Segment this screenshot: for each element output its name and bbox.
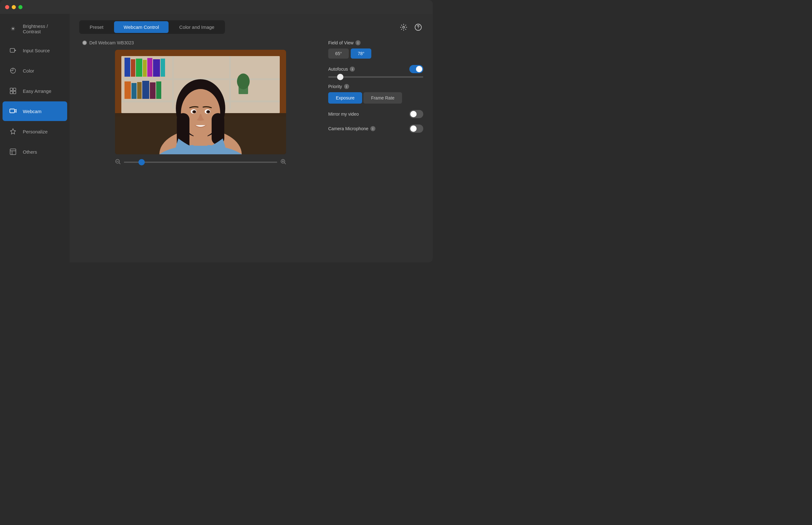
svg-rect-23 [153, 59, 160, 77]
fov-section: Field of View i 65° 78° [328, 40, 423, 59]
fov-info-icon[interactable]: i [356, 40, 361, 45]
svg-rect-29 [150, 82, 155, 99]
zoom-slider[interactable] [124, 162, 277, 163]
fov-label: Field of View i [328, 40, 361, 45]
zoom-in-icon[interactable] [281, 159, 286, 166]
sidebar-item-input[interactable]: Input Source [2, 41, 67, 60]
input-icon [9, 46, 17, 55]
sidebar: ☀ Brightness / Contrast Input Source [0, 14, 70, 262]
priority-label: Priority i [328, 84, 349, 89]
priority-row: Priority i [328, 84, 423, 89]
svg-rect-4 [10, 91, 13, 94]
sidebar-item-label: Input Source [23, 48, 50, 53]
autofocus-section: Autofocus i [328, 65, 423, 78]
tab-webcamcontrol[interactable]: Webcam Control [114, 21, 168, 33]
sidebar-item-label: Color [23, 68, 34, 74]
fov-buttons: 65° 78° [328, 48, 423, 59]
autofocus-toggle-thumb [416, 66, 422, 72]
microphone-row: Camera Microphone i [328, 124, 423, 133]
webcam-video [115, 50, 286, 154]
priority-buttons: Exposure Frame Rate [328, 92, 423, 104]
content-area: Preset Webcam Control Color and Image [70, 14, 433, 262]
maximize-button[interactable] [18, 5, 22, 9]
svg-point-46 [208, 110, 210, 113]
svg-rect-17 [229, 56, 231, 109]
fov-row: Field of View i [328, 40, 423, 45]
svg-rect-22 [147, 58, 152, 77]
svg-rect-2 [10, 88, 13, 91]
sidebar-item-label: Easy Arrange [23, 88, 51, 94]
mirror-toggle[interactable] [409, 110, 423, 118]
sidebar-item-label: Others [23, 149, 37, 155]
webcam-dot [82, 41, 87, 45]
sidebar-item-brightness[interactable]: ☀ Brightness / Contrast [2, 18, 67, 40]
traffic-lights [5, 5, 22, 9]
brightness-icon: ☀ [9, 25, 17, 33]
svg-rect-27 [137, 82, 141, 99]
svg-rect-16 [172, 56, 174, 109]
svg-rect-47 [194, 135, 208, 146]
priority-section: Priority i Exposure Frame Rate [328, 84, 423, 104]
svg-rect-20 [136, 59, 142, 77]
microphone-info-icon[interactable]: i [370, 126, 375, 131]
fov-78-button[interactable]: 78° [351, 48, 371, 59]
svg-point-45 [194, 110, 196, 113]
mirror-row: Mirror my video [328, 110, 423, 118]
sidebar-item-label: Brightness / Contrast [23, 24, 61, 34]
priority-framerate-button[interactable]: Frame Rate [363, 92, 402, 104]
sidebar-item-personalize[interactable]: Personalize [2, 122, 67, 141]
microphone-toggle[interactable] [409, 124, 423, 133]
sidebar-item-others[interactable]: Others [2, 142, 67, 162]
sidebar-item-label: Webcam [23, 109, 42, 114]
autofocus-slider[interactable] [328, 76, 423, 78]
autofocus-label: Autofocus i [328, 66, 355, 72]
help-icon[interactable] [413, 22, 423, 32]
tabs-container: Preset Webcam Control Color and Image [79, 20, 225, 34]
autofocus-info-icon[interactable]: i [350, 66, 355, 72]
tab-preset[interactable]: Preset [80, 21, 113, 33]
svg-rect-26 [132, 83, 137, 99]
webcam-device-name: Dell Webcam WB3023 [89, 40, 134, 45]
webcam-area: Dell Webcam WB3023 [70, 40, 325, 262]
zoom-slider-row [115, 159, 286, 166]
webcam-label-row: Dell Webcam WB3023 [82, 40, 134, 45]
svg-rect-6 [10, 109, 15, 113]
close-button[interactable] [5, 5, 9, 9]
sidebar-item-label: Personalize [23, 129, 47, 134]
mirror-label: Mirror my video [328, 111, 359, 117]
webcam-icon [9, 107, 17, 115]
svg-rect-5 [13, 91, 16, 94]
settings-icon[interactable] [399, 22, 409, 32]
minimize-button[interactable] [12, 5, 16, 9]
app-window: ☀ Brightness / Contrast Input Source [0, 0, 433, 262]
svg-rect-0 [10, 48, 15, 52]
svg-rect-25 [124, 81, 131, 99]
priority-info-icon[interactable]: i [344, 84, 349, 89]
sidebar-item-webcam[interactable]: Webcam [2, 101, 67, 121]
autofocus-row: Autofocus i [328, 65, 423, 73]
tab-colorimage[interactable]: Color and Image [170, 21, 224, 33]
svg-rect-24 [161, 59, 165, 77]
svg-rect-3 [13, 88, 16, 91]
main-layout: ☀ Brightness / Contrast Input Source [0, 14, 433, 262]
microphone-section: Camera Microphone i [328, 124, 423, 133]
mirror-section: Mirror my video [328, 110, 423, 118]
fov-65-button[interactable]: 65° [328, 48, 349, 59]
title-bar [0, 0, 433, 14]
svg-rect-30 [156, 81, 161, 99]
sidebar-item-color[interactable]: Color [2, 61, 67, 80]
svg-rect-18 [124, 58, 130, 77]
content-header: Preset Webcam Control Color and Image [70, 14, 433, 40]
svg-point-10 [418, 29, 419, 29]
autofocus-toggle[interactable] [409, 65, 423, 73]
header-icons [399, 22, 423, 32]
priority-exposure-button[interactable]: Exposure [328, 92, 362, 104]
zoom-out-icon[interactable] [115, 159, 121, 166]
svg-rect-7 [10, 149, 16, 155]
sidebar-item-easyarrange[interactable]: Easy Arrange [2, 81, 67, 101]
others-icon [9, 148, 17, 156]
svg-rect-21 [143, 60, 147, 77]
svg-rect-28 [142, 81, 149, 99]
microphone-label: Camera Microphone i [328, 126, 375, 131]
webcam-preview [115, 50, 286, 154]
